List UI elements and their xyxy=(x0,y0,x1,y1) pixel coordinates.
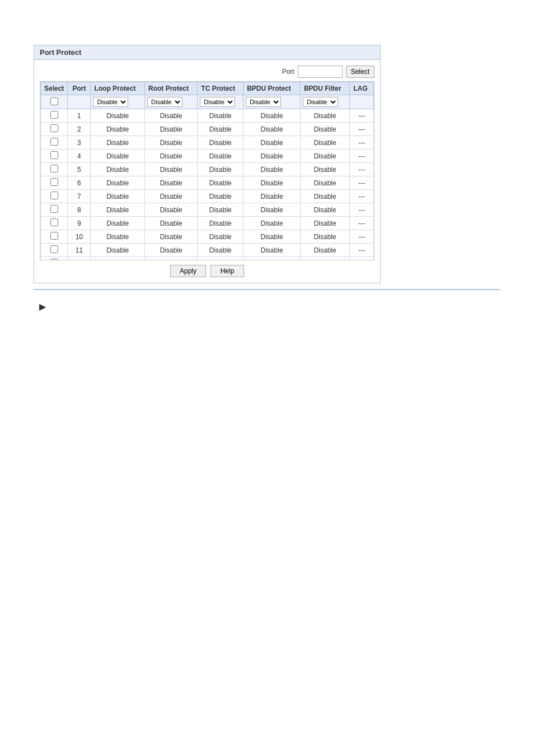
row-port-2: 2 xyxy=(68,123,91,136)
table-row: 12 Disable Disable Disable Disable Disab… xyxy=(41,257,374,261)
table-row: 5 Disable Disable Disable Disable Disabl… xyxy=(41,163,374,176)
help-button[interactable]: Help xyxy=(210,265,244,277)
row-bpdu-protect-10: Disable xyxy=(243,230,301,244)
row-checkbox-cell[interactable] xyxy=(41,136,68,150)
bpdu-filter-dropdown-cell[interactable]: Disable Enable xyxy=(300,95,349,109)
select-all-checkbox[interactable] xyxy=(50,97,58,105)
table-row: 3 Disable Disable Disable Disable Disabl… xyxy=(41,136,374,150)
row-port-6: 6 xyxy=(68,176,91,190)
row-bpdu-protect-12: Disable xyxy=(243,257,301,261)
table-row: 1 Disable Disable Disable Disable Disabl… xyxy=(41,109,374,123)
tc-protect-dropdown[interactable]: Disable Enable xyxy=(200,97,235,107)
loop-protect-dropdown[interactable]: Disable Enable xyxy=(93,97,128,107)
row-bpdu-filter-10: Disable xyxy=(300,230,349,244)
row-bpdu-protect-9: Disable xyxy=(243,217,301,230)
row-root-12: Disable xyxy=(145,257,198,261)
row-checkbox-cell[interactable] xyxy=(41,176,68,190)
row-bpdu-protect-4: Disable xyxy=(243,150,301,163)
row-port-10: 10 xyxy=(68,230,91,244)
table-row: 6 Disable Disable Disable Disable Disabl… xyxy=(41,176,374,190)
row-tc-4: Disable xyxy=(198,150,243,163)
row-bpdu-filter-11: Disable xyxy=(300,244,349,257)
row-tc-7: Disable xyxy=(198,190,243,203)
bpdu-protect-dropdown-cell[interactable]: Disable Enable xyxy=(243,95,301,109)
row-checkbox-5[interactable] xyxy=(50,165,58,172)
row-checkbox-3[interactable] xyxy=(50,138,58,146)
row-checkbox-11[interactable] xyxy=(50,245,58,253)
row-bpdu-protect-11: Disable xyxy=(243,244,301,257)
port-input[interactable] xyxy=(298,66,343,78)
row-checkbox-1[interactable] xyxy=(50,111,58,119)
root-protect-dropdown[interactable]: Disable Enable xyxy=(147,97,182,107)
row-lag-9: --- xyxy=(350,217,374,230)
row-bpdu-protect-5: Disable xyxy=(243,163,301,176)
row-port-5: 5 xyxy=(68,163,91,176)
row-loop-3: Disable xyxy=(91,136,145,150)
header-row: Select Port Loop Protect Root Protect TC… xyxy=(41,82,374,95)
port-dropdown-cell xyxy=(68,95,91,109)
row-checkbox-cell[interactable] xyxy=(41,230,68,244)
row-loop-7: Disable xyxy=(91,190,145,203)
row-checkbox-4[interactable] xyxy=(50,151,58,159)
row-root-6: Disable xyxy=(145,176,198,190)
row-port-11: 11 xyxy=(68,244,91,257)
row-root-10: Disable xyxy=(145,230,198,244)
row-lag-12: --- xyxy=(350,257,374,261)
select-all-cell[interactable] xyxy=(41,95,68,109)
table-container[interactable]: Select Port Loop Protect Root Protect TC… xyxy=(40,81,374,260)
row-checkbox-cell[interactable] xyxy=(41,109,68,123)
root-protect-dropdown-cell[interactable]: Disable Enable xyxy=(145,95,198,109)
row-lag-11: --- xyxy=(350,244,374,257)
row-checkbox-12[interactable] xyxy=(50,259,58,260)
row-tc-11: Disable xyxy=(198,244,243,257)
row-port-4: 4 xyxy=(68,150,91,163)
row-checkbox-10[interactable] xyxy=(50,232,58,240)
row-root-7: Disable xyxy=(145,190,198,203)
port-protect-table: Select Port Loop Protect Root Protect TC… xyxy=(40,82,374,260)
row-port-9: 9 xyxy=(68,217,91,230)
row-bpdu-filter-9: Disable xyxy=(300,217,349,230)
row-lag-3: --- xyxy=(350,136,374,150)
row-checkbox-6[interactable] xyxy=(50,178,58,186)
row-bpdu-filter-1: Disable xyxy=(300,109,349,123)
row-checkbox-cell[interactable] xyxy=(41,190,68,203)
port-label: Port xyxy=(282,68,294,76)
footer-row: Apply Help xyxy=(40,265,374,277)
row-port-3: 3 xyxy=(68,136,91,150)
select-button[interactable]: Select xyxy=(346,66,374,78)
tc-protect-dropdown-cell[interactable]: Disable Enable xyxy=(198,95,243,109)
col-select: Select xyxy=(41,82,68,95)
row-tc-8: Disable xyxy=(198,203,243,217)
row-checkbox-2[interactable] xyxy=(50,124,58,132)
apply-button[interactable]: Apply xyxy=(170,265,206,277)
row-tc-10: Disable xyxy=(198,230,243,244)
row-bpdu-filter-7: Disable xyxy=(300,190,349,203)
row-loop-6: Disable xyxy=(91,176,145,190)
row-checkbox-cell[interactable] xyxy=(41,217,68,230)
row-root-9: Disable xyxy=(145,217,198,230)
row-tc-2: Disable xyxy=(198,123,243,136)
row-lag-1: --- xyxy=(350,109,374,123)
row-checkbox-cell[interactable] xyxy=(41,203,68,217)
loop-protect-dropdown-cell[interactable]: Disable Enable xyxy=(91,95,145,109)
col-tc-protect: TC Protect xyxy=(198,82,243,95)
row-loop-1: Disable xyxy=(91,109,145,123)
row-checkbox-cell[interactable] xyxy=(41,123,68,136)
port-protect-panel: Port Protect Port Select Select Port Loo… xyxy=(34,45,381,283)
row-port-7: 7 xyxy=(68,190,91,203)
row-tc-12: Disable xyxy=(198,257,243,261)
row-lag-4: --- xyxy=(350,150,374,163)
row-checkbox-cell[interactable] xyxy=(41,244,68,257)
table-row: 10 Disable Disable Disable Disable Disab… xyxy=(41,230,374,244)
row-checkbox-7[interactable] xyxy=(50,192,58,199)
row-bpdu-filter-3: Disable xyxy=(300,136,349,150)
row-checkbox-cell[interactable] xyxy=(41,257,68,261)
row-checkbox-8[interactable] xyxy=(50,205,58,213)
row-root-1: Disable xyxy=(145,109,198,123)
bpdu-protect-dropdown[interactable]: Disable Enable xyxy=(246,97,281,107)
row-checkbox-cell[interactable] xyxy=(41,150,68,163)
row-checkbox-cell[interactable] xyxy=(41,163,68,176)
row-bpdu-protect-6: Disable xyxy=(243,176,301,190)
row-checkbox-9[interactable] xyxy=(50,218,58,226)
bpdu-filter-dropdown[interactable]: Disable Enable xyxy=(303,97,338,107)
